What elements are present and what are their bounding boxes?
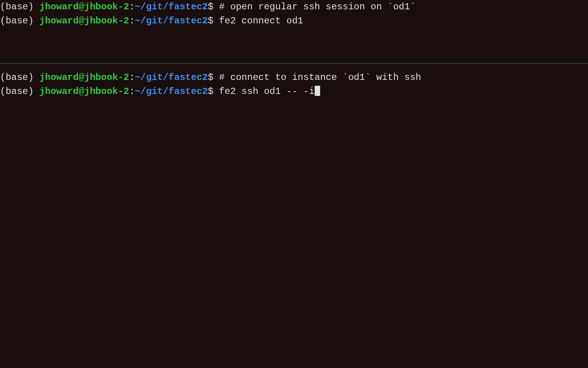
terminal-line: (base) jhoward@jhbook-2:~/git/fastec2$ f…	[0, 14, 588, 28]
terminal-line: (base) jhoward@jhbook-2:~/git/fastec2$ f…	[0, 85, 588, 99]
prompt-dollar: $	[208, 16, 213, 26]
command-text: fe2 connect od1	[213, 16, 303, 26]
terminal-multiplexer: (base) jhoward@jhbook-2:~/git/fastec2$ #…	[0, 0, 588, 368]
terminal-pane-bottom[interactable]: (base) jhoward@jhbook-2:~/git/fastec2$ #…	[0, 64, 588, 368]
terminal-line: (base) jhoward@jhbook-2:~/git/fastec2$ #…	[0, 0, 588, 14]
prompt-path: ~/git/fastec2	[135, 16, 208, 26]
prompt-user-host: jhoward@jhbook-2	[39, 86, 129, 97]
prompt-colon: :	[129, 2, 135, 12]
prompt-env: (base)	[0, 72, 39, 83]
prompt-colon: :	[129, 16, 135, 26]
prompt-env: (base)	[0, 16, 39, 26]
prompt-user-host: jhoward@jhbook-2	[39, 2, 129, 12]
prompt-colon: :	[129, 72, 135, 83]
prompt-path: ~/git/fastec2	[135, 86, 208, 97]
prompt-path: ~/git/fastec2	[135, 2, 208, 12]
prompt-dollar: $	[208, 2, 213, 12]
prompt-env: (base)	[0, 86, 39, 97]
cursor-icon	[315, 86, 320, 96]
prompt-dollar: $	[208, 72, 213, 83]
prompt-user-host: jhoward@jhbook-2	[39, 16, 129, 26]
command-text: # connect to instance `od1` with ssh	[213, 72, 421, 83]
prompt-env: (base)	[0, 2, 39, 12]
prompt-dollar: $	[208, 86, 213, 97]
terminal-line: (base) jhoward@jhbook-2:~/git/fastec2$ #…	[0, 71, 588, 85]
command-text: fe2 ssh od1 -- -i	[213, 86, 314, 97]
command-text: # open regular ssh session on `od1`	[213, 2, 415, 12]
prompt-user-host: jhoward@jhbook-2	[39, 72, 129, 83]
terminal-pane-top[interactable]: (base) jhoward@jhbook-2:~/git/fastec2$ #…	[0, 0, 588, 63]
prompt-path: ~/git/fastec2	[135, 72, 208, 83]
prompt-colon: :	[129, 86, 135, 97]
